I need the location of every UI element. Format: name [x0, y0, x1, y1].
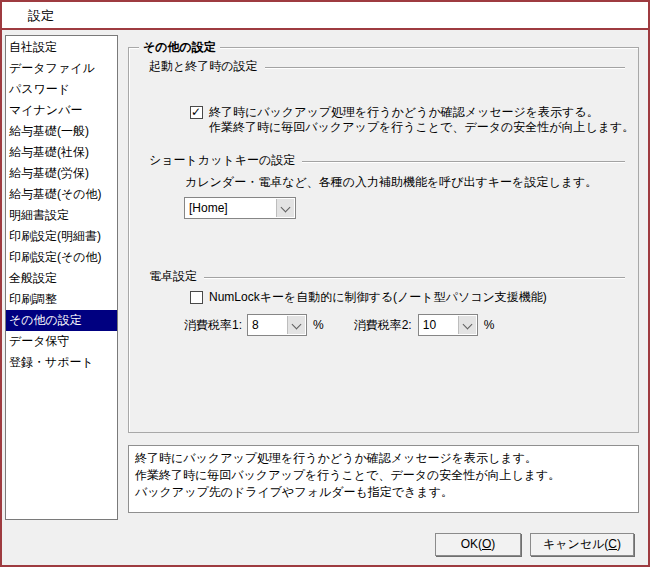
sidebar-item-general[interactable]: 全般設定 — [6, 268, 117, 289]
checkbox-box: ✓ — [190, 106, 203, 119]
section-calculator-title: 電卓設定 — [149, 268, 197, 285]
sidebar-item-registration-support[interactable]: 登録・サポート — [6, 352, 117, 373]
tax1-select[interactable]: 8 — [247, 314, 307, 336]
section-calculator-header: 電卓設定 — [149, 268, 625, 285]
numlock-checkbox[interactable]: ✓ NumLockキーを自動的に制御する(ノート型パソコン支援機能) — [190, 290, 547, 305]
backup-confirm-checkbox[interactable]: ✓ 終了時にバックアップ処理を行うかどうか確認メッセージを表示する。 作業終了時… — [190, 105, 634, 134]
shortcut-key-select[interactable]: [Home] — [184, 197, 296, 219]
check-icon: ✓ — [191, 106, 201, 119]
sidebar-item-payroll-roho[interactable]: 給与基礎(労保) — [6, 163, 117, 184]
numlock-label: NumLockキーを自動的に制御する(ノート型パソコン支援機能) — [209, 290, 547, 305]
section-startup-header: 起動と終了時の設定 — [149, 58, 625, 75]
group-title: その他の設定 — [139, 39, 220, 56]
shortcut-key-value: [Home] — [189, 198, 275, 218]
tax2-percent: % — [484, 318, 495, 332]
tax1-percent: % — [313, 318, 324, 332]
sidebar-item-meisai[interactable]: 明細書設定 — [6, 205, 117, 226]
section-shortcut-header: ショートカットキーの設定 — [149, 152, 625, 169]
help-line: バックアップ先のドライブやフォルダーも指定できます。 — [135, 484, 632, 501]
dropdown-button[interactable] — [458, 316, 476, 334]
tax2-select[interactable]: 10 — [418, 314, 478, 336]
window-title: 設定 — [28, 8, 54, 23]
help-text-box: 終了時にバックアップ処理を行うかどうか確認メッセージを表示します。 作業終了時に… — [128, 445, 639, 513]
sidebar-item-payroll-other[interactable]: 給与基礎(その他) — [6, 184, 117, 205]
sidebar-item-payroll-general[interactable]: 給与基礎(一般) — [6, 121, 117, 142]
sidebar-item-password[interactable]: パスワード — [6, 79, 117, 100]
settings-dialog: 設定 自社設定 データファイル パスワード マイナンバー 給与基礎(一般) 給与… — [0, 0, 650, 567]
ok-button[interactable]: OK(O) — [435, 533, 521, 556]
divider — [302, 161, 625, 162]
sidebar-item-data-maintenance[interactable]: データ保守 — [6, 331, 117, 352]
sidebar-item-payroll-shaho[interactable]: 給与基礎(社保) — [6, 142, 117, 163]
checkbox-box: ✓ — [190, 291, 203, 304]
settings-category-list: 自社設定 データファイル パスワード マイナンバー 給与基礎(一般) 給与基礎(… — [5, 35, 118, 520]
tax-rate-row: 消費税率1: 8 % 消費税率2: 10 % — [184, 314, 494, 336]
tax1-label: 消費税率1: — [184, 317, 242, 334]
dropdown-button[interactable] — [276, 199, 294, 217]
backup-confirm-label: 終了時にバックアップ処理を行うかどうか確認メッセージを表示する。 作業終了時に毎… — [209, 105, 634, 134]
sidebar-item-other-settings[interactable]: その他の設定 — [6, 310, 117, 331]
chevron-down-icon — [462, 320, 472, 330]
sidebar-item-print-other[interactable]: 印刷設定(その他) — [6, 247, 117, 268]
sidebar-item-print-adjust[interactable]: 印刷調整 — [6, 289, 117, 310]
tax1-value: 8 — [252, 315, 286, 335]
help-line: 終了時にバックアップ処理を行うかどうか確認メッセージを表示します。 — [135, 450, 632, 467]
tax2-label: 消費税率2: — [354, 317, 412, 334]
other-settings-group: その他の設定 起動と終了時の設定 ✓ 終了時にバックアップ処理を行うかどうか確認… — [128, 47, 639, 433]
dialog-content: 自社設定 データファイル パスワード マイナンバー 給与基礎(一般) 給与基礎(… — [2, 32, 648, 565]
chevron-down-icon — [292, 320, 302, 330]
cancel-button[interactable]: キャンセル(C) — [530, 533, 634, 556]
help-line: 作業終了時に毎回バックアップを行うことで、データの安全性が向上します。 — [135, 467, 632, 484]
dropdown-button[interactable] — [287, 316, 305, 334]
section-startup-title: 起動と終了時の設定 — [149, 58, 258, 75]
titlebar: 設定 — [2, 2, 648, 30]
sidebar-item-datafile[interactable]: データファイル — [6, 58, 117, 79]
divider — [204, 277, 625, 278]
sidebar-item-company[interactable]: 自社設定 — [6, 37, 117, 58]
shortcut-description: カレンダー・電卓など、各種の入力補助機能を呼び出すキーを設定します。 — [185, 174, 597, 191]
sidebar-item-print-meisai[interactable]: 印刷設定(明細書) — [6, 226, 117, 247]
sidebar-item-mynumber[interactable]: マイナンバー — [6, 100, 117, 121]
section-shortcut-title: ショートカットキーの設定 — [149, 152, 295, 169]
tax2-value: 10 — [423, 315, 457, 335]
chevron-down-icon — [281, 203, 291, 213]
divider — [265, 67, 625, 68]
